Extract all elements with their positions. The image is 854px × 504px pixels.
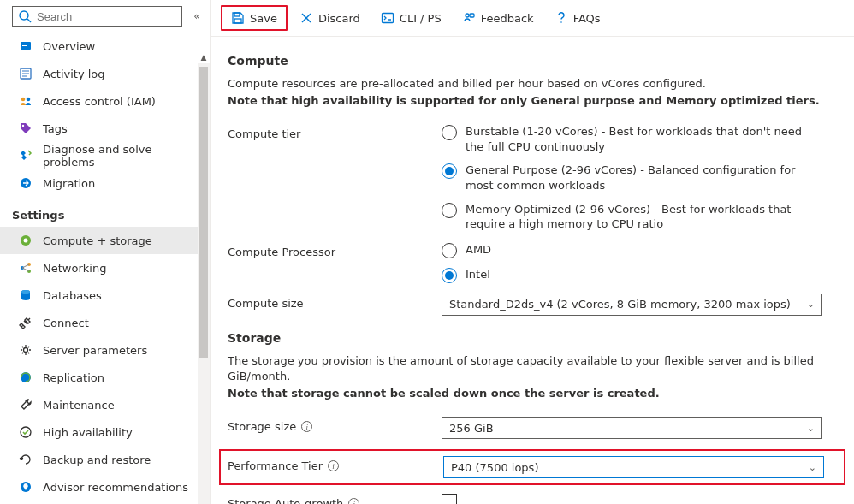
sidebar-item-advisor[interactable]: Advisor recommendations [0, 473, 210, 501]
scrollbar-thumb[interactable] [199, 67, 208, 358]
svg-rect-3 [22, 44, 29, 44]
info-icon[interactable]: i [348, 498, 359, 504]
sidebar-item-label: Networking [43, 262, 106, 275]
feedback-button[interactable]: Feedback [454, 5, 543, 31]
compute-processor-label: Compute Processor [228, 242, 442, 258]
radio-label: Intel [466, 267, 490, 282]
storage-size-label: Storage size i [228, 417, 442, 433]
sidebar-item-diagnose[interactable]: Diagnose and solve problems [0, 142, 210, 169]
connect-icon [19, 316, 33, 329]
sidebar-item-maintenance[interactable]: Maintenance [0, 391, 210, 418]
sidebar-item-migration[interactable]: Migration [0, 169, 210, 197]
save-label: Save [250, 12, 277, 25]
cli-label: CLI / PS [400, 12, 442, 25]
sidebar-item-overview[interactable]: Overview [0, 33, 210, 60]
sidebar-item-high-availability[interactable]: High availability [0, 418, 210, 446]
sidebar-item-access-control[interactable]: Access control (IAM) [0, 87, 210, 115]
advisor-icon [19, 480, 33, 494]
iam-icon [19, 94, 33, 108]
radio-icon [442, 243, 457, 258]
scrollbar-up-icon[interactable]: ▲ [198, 51, 210, 63]
sidebar-item-label: Tags [43, 122, 68, 135]
diagnose-icon [19, 149, 33, 163]
save-button[interactable]: Save [221, 5, 288, 31]
chevron-down-icon: ⌄ [809, 462, 816, 473]
compute-tier-option-memory-optimized[interactable]: Memory Optimized (2-96 vCores) - Best fo… [442, 202, 822, 232]
select-value: Standard_D2ds_v4 (2 vCores, 8 GiB memory… [449, 298, 791, 311]
svg-point-11 [22, 125, 24, 127]
compute-processor-radio-group: AMD Intel [442, 242, 822, 283]
compute-processor-option-amd[interactable]: AMD [442, 242, 822, 258]
search-input[interactable] [37, 10, 176, 23]
sidebar-item-replication[interactable]: Replication [0, 364, 210, 391]
sidebar-item-label: Databases [43, 289, 102, 302]
sidebar-item-databases[interactable]: Databases [0, 282, 210, 309]
sidebar-item-label: High availability [43, 426, 133, 439]
sidebar-item-server-parameters[interactable]: Server parameters [0, 336, 210, 364]
sidebar-item-activity-log[interactable]: Activity log [0, 60, 210, 87]
sidebar-item-connect[interactable]: Connect [0, 309, 210, 336]
svg-rect-4 [22, 45, 27, 46]
compute-size-select[interactable]: Standard_D2ds_v4 (2 vCores, 8 GiB memory… [442, 294, 822, 316]
replication-icon [19, 371, 33, 384]
performance-tier-highlight: Performance Tier i P40 (7500 iops) ⌄ [219, 449, 845, 485]
svg-line-1 [27, 19, 31, 22]
sidebar-item-label: Server parameters [43, 344, 147, 357]
compute-tier-option-burstable[interactable]: Burstable (1-20 vCores) - Best for workl… [442, 124, 822, 154]
compute-description-note: Note that high availability is supported… [228, 93, 837, 109]
discard-button[interactable]: Discard [291, 5, 369, 31]
databases-icon [19, 288, 33, 302]
compute-storage-icon [19, 234, 33, 247]
feedback-icon [462, 11, 476, 25]
migration-icon [19, 176, 33, 190]
svg-rect-30 [382, 14, 393, 23]
svg-rect-26 [234, 13, 240, 16]
main-panel: Save Discard CLI / PS Feedback FAQs Comp… [211, 0, 854, 504]
compute-heading: Compute [228, 54, 837, 68]
networking-icon [19, 261, 33, 275]
storage-heading: Storage [228, 331, 837, 345]
performance-tier-select[interactable]: P40 (7500 iops) ⌄ [443, 456, 824, 478]
sidebar-item-label: Connect [43, 317, 89, 329]
high-availability-icon [19, 425, 33, 439]
info-icon[interactable]: i [301, 421, 312, 432]
faqs-button[interactable]: FAQs [546, 5, 609, 31]
radio-icon [442, 203, 457, 218]
cli-button[interactable]: CLI / PS [372, 5, 450, 31]
question-icon [555, 11, 568, 25]
compute-tier-radio-group: Burstable (1-20 vCores) - Best for workl… [442, 124, 822, 231]
svg-rect-27 [234, 19, 241, 23]
info-icon[interactable]: i [328, 460, 339, 471]
sidebar-scrollbar[interactable]: ▲ ▼ [198, 63, 210, 504]
performance-tier-label: Performance Tier i [228, 456, 443, 472]
storage-size-select[interactable]: 256 GiB ⌄ [442, 417, 822, 439]
storage-description-note: Note that storage cannot be scaled down … [228, 386, 837, 401]
backup-restore-icon [19, 453, 33, 466]
sidebar-item-label: Backup and restore [43, 454, 151, 466]
collapse-sidebar-button[interactable]: « [189, 10, 205, 22]
svg-point-9 [21, 98, 26, 102]
select-value: 256 GiB [449, 422, 494, 435]
svg-point-22 [24, 348, 28, 353]
radio-label: General Purpose (2-96 vCores) - Balanced… [466, 163, 822, 193]
save-icon [231, 11, 245, 25]
discard-icon [299, 11, 313, 25]
sidebar-item-label: Maintenance [43, 399, 115, 412]
chevron-down-icon: ⌄ [807, 299, 815, 310]
storage-autogrowth-checkbox[interactable] [442, 494, 457, 504]
sidebar-item-label: Compute + storage [43, 234, 152, 247]
sidebar-item-compute-storage[interactable]: Compute + storage [0, 227, 210, 254]
sidebar-item-label: Overview [43, 40, 95, 53]
sidebar-item-networking[interactable]: Networking [0, 254, 210, 282]
compute-description: Compute resources are pre-allocated and … [228, 76, 837, 92]
overview-icon [19, 39, 33, 53]
sidebar-item-tags[interactable]: Tags [0, 115, 210, 142]
compute-processor-option-intel[interactable]: Intel [442, 267, 822, 283]
compute-tier-option-general-purpose[interactable]: General Purpose (2-96 vCores) - Balanced… [442, 163, 822, 193]
search-box[interactable] [12, 6, 182, 27]
svg-point-0 [20, 11, 28, 20]
faqs-label: FAQs [573, 12, 601, 25]
sidebar-item-label: Migration [43, 177, 95, 190]
content-area: Compute Compute resources are pre-alloca… [211, 37, 854, 504]
sidebar-item-backup-restore[interactable]: Backup and restore [0, 446, 210, 473]
